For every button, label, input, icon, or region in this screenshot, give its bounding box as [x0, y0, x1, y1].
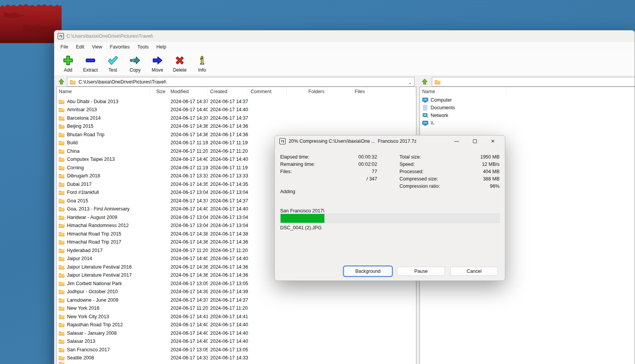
delete-button[interactable]: Delete [169, 52, 191, 75]
menu-view[interactable]: View [88, 43, 106, 51]
column-header-name[interactable]: Name [57, 87, 150, 96]
up-arrow-icon [421, 78, 428, 85]
maximize-button[interactable] [466, 135, 484, 147]
column-header-created[interactable]: Created [208, 87, 248, 96]
folder-icon [58, 256, 65, 261]
progress-dialog: 7z 20% Compressing C:\Users\baxia\One ..… [274, 135, 505, 281]
file-row[interactable]: Lansdowne - June 20092024-06-17 14:37202… [57, 296, 416, 304]
folder-icon [58, 306, 65, 311]
window-titlebar[interactable]: 7z C:\Users\baxia\OneDrive\Pictures\Trav… [54, 30, 635, 42]
file-row[interactable]: San Francisco 20172024-06-17 13:052024-0… [57, 346, 416, 354]
menu-bar: FileEditViewFavoritesToolsHelp [54, 42, 635, 52]
folder-icon [58, 223, 65, 228]
close-button[interactable]: ✕ [484, 135, 502, 147]
column-header-modified[interactable]: Modified [168, 87, 208, 96]
stat-value: 12 MB/s [463, 162, 500, 167]
cancel-button[interactable]: Cancel [450, 267, 498, 276]
maximize-icon [473, 139, 477, 143]
file-row[interactable]: New York 20162024-06-17 11:202024-06-17 … [57, 304, 416, 313]
menu-tools[interactable]: Tools [134, 43, 152, 51]
column-header-size[interactable]: Size [150, 87, 168, 96]
move-button[interactable]: Move [146, 52, 169, 75]
current-file: DSC_0041 (2).JPG [280, 225, 324, 231]
test-button[interactable]: Test [102, 52, 124, 75]
folder-icon [58, 314, 65, 319]
file-modified: 2024-06-17 13:04 [168, 215, 208, 220]
file-row[interactable]: Seattle 20082024-06-17 14:332024-06-17 1… [57, 354, 416, 362]
stat-label: Compressed size: [399, 176, 463, 182]
file-row[interactable]: Abu Dhabi - Dubai 20132024-06-17 14:3720… [57, 97, 416, 106]
file-name: Dubai 2017 [67, 182, 92, 187]
stats-left: Elapsed time:00:00:32Remaining time:00:0… [280, 153, 377, 182]
minimize-button[interactable]: — [448, 135, 466, 147]
wallpaper-red-field [0, 0, 62, 43]
add-button[interactable]: Add [57, 52, 79, 75]
file-modified: 2024-06-17 14:37 [168, 198, 208, 204]
stat-label: Total size: [399, 154, 463, 160]
parent-folder-button[interactable] [57, 77, 66, 86]
stat-label: Processed: [399, 169, 463, 174]
file-modified: 2024-06-17 14:38 [168, 231, 208, 237]
folder-icon [58, 264, 65, 270]
info-button[interactable]: iInfo [191, 52, 213, 75]
file-row[interactable]: Salasar 20132024-06-17 14:402024-06-17 1… [57, 337, 416, 346]
address-bar-right[interactable] [432, 77, 635, 87]
file-row[interactable]: Beijing 20152024-06-17 14:362024-06-17 1… [57, 122, 416, 131]
chevron-down-icon[interactable]: ⌄ [408, 80, 412, 85]
file-name: New York 2016 [67, 306, 99, 311]
file-modified: 2024-06-17 14:33 [168, 355, 208, 361]
file-row[interactable]: Salasar - January 20082024-06-17 14:4020… [57, 329, 416, 337]
file-name: Jim Corbett National Park [67, 281, 122, 286]
test-icon [107, 54, 119, 67]
background-button[interactable]: Background [344, 267, 392, 276]
menu-file[interactable]: File [57, 43, 72, 51]
toolbar-label: Delete [173, 67, 187, 73]
file-row[interactable]: Amritsar 20132024-06-17 14:402024-06-17 … [57, 106, 416, 114]
file-row[interactable]: New York City 20132024-06-17 14:412024-0… [57, 312, 416, 321]
column-header-filler [368, 87, 416, 96]
toolbar-label: Extract [83, 67, 98, 73]
computer-icon [422, 120, 428, 126]
file-row[interactable] [57, 362, 416, 364]
file-created: 2024-06-17 14:37 [208, 297, 248, 303]
tree-item-[interactable]: \\. [420, 119, 635, 127]
menu-edit[interactable]: Edit [72, 43, 88, 51]
folder-icon [58, 322, 65, 327]
column-header-files[interactable]: Files [327, 87, 368, 96]
folder-icon [58, 206, 65, 212]
file-row[interactable]: Jodhpur - October 20102024-06-17 14:3920… [57, 288, 416, 296]
tree-item-documents[interactable]: Documents [420, 104, 635, 112]
file-modified: 2024-06-17 13:04 [168, 223, 208, 228]
right-item-list: ComputerDocumentsNetwork\\. [420, 96, 635, 127]
file-created: 2024-06-17 14:33 [208, 355, 248, 361]
stat-value: 00:02:02 [341, 162, 377, 167]
tree-item-network[interactable]: Network [420, 112, 635, 119]
column-header-folders[interactable]: Folders [287, 87, 327, 96]
menu-help[interactable]: Help [152, 43, 170, 51]
file-modified: 2024-06-17 11:20 [168, 248, 208, 253]
file-created: 2024-06-17 14:37 [208, 115, 248, 121]
copy-button[interactable]: Copy [124, 52, 146, 75]
column-header-comment[interactable]: Comment [248, 87, 287, 96]
extract-button[interactable]: Extract [79, 52, 102, 75]
folder-icon [58, 132, 65, 137]
file-created: 2024-06-17 11:20 [208, 149, 248, 154]
file-modified: 2024-06-17 11:20 [168, 149, 208, 154]
file-name: Dibrugarh 2018 [67, 173, 100, 179]
file-name: Build [67, 140, 78, 145]
file-created: 2024-06-17 14:38 [208, 231, 248, 237]
right-column-header-name[interactable]: Name [420, 87, 507, 96]
file-name: San Francisco 2017 [67, 347, 110, 352]
toolbar-label: Copy [130, 67, 141, 73]
file-created: 2024-06-17 14:36 [208, 124, 248, 129]
dialog-buttons: BackgroundPauseCancel [344, 267, 498, 276]
tree-item-computer[interactable]: Computer [420, 96, 635, 104]
address-bar[interactable]: C:\Users\baxia\OneDrive\Pictures\Travel\… [67, 77, 414, 87]
file-row[interactable]: Barcelona 20142024-06-17 14:372024-06-17… [57, 114, 416, 122]
file-name: Himachal Road Trip 2017 [67, 239, 121, 245]
file-row[interactable]: Rajasthan Road Trip 20122024-06-17 14:40… [57, 321, 416, 329]
parent-folder-button-right[interactable] [420, 77, 429, 86]
right-column-headers: Name [420, 87, 635, 96]
pause-button[interactable]: Pause [397, 267, 445, 276]
menu-favorites[interactable]: Favorites [106, 43, 134, 51]
